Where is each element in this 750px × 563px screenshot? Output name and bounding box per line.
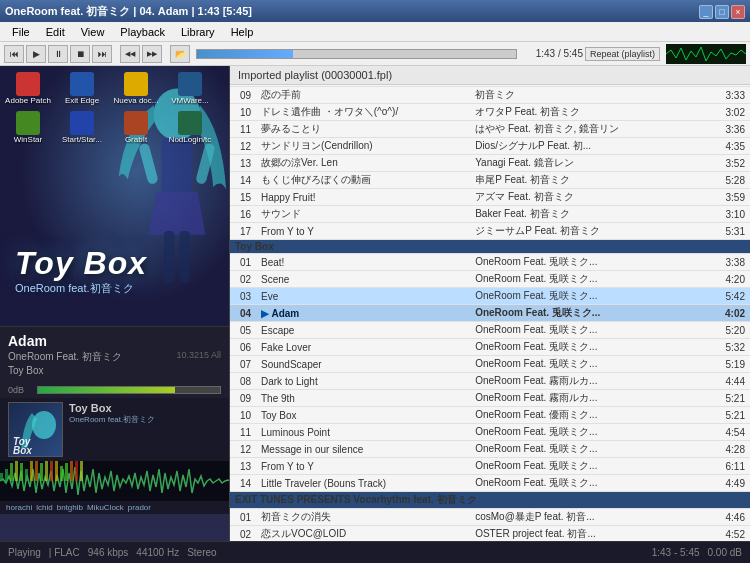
track-title: 恋の手前: [256, 87, 470, 104]
svg-rect-26: [70, 461, 73, 481]
table-row[interactable]: 02恋スルVOC@LOIDOSTER project feat. 初音...4:…: [230, 526, 750, 542]
next-button[interactable]: [92, 45, 112, 63]
track-artist: OneRoom Feat. 霧雨ルカ...: [470, 373, 694, 390]
table-row[interactable]: 16サウンドBaker Feat. 初音ミク3:10: [230, 206, 750, 223]
progress-fill: [197, 50, 293, 58]
desktop-icon-6[interactable]: GrabIt: [110, 109, 162, 146]
track-title: サンドリヨン(Cendrillon): [256, 138, 470, 155]
progress-bar[interactable]: [196, 49, 517, 59]
desktop-icon-0[interactable]: Adobe Patch: [2, 70, 54, 107]
track-duration: 4:46: [694, 509, 750, 526]
icon-lchid[interactable]: lchid: [36, 503, 52, 512]
table-row[interactable]: 09恋の手前初音ミク3:33: [230, 87, 750, 104]
table-row[interactable]: 05EscapeOneRoom Feat. 兎咲ミク...5:20: [230, 322, 750, 339]
icon-grabit: [124, 111, 148, 135]
table-row[interactable]: 17From Y to YジミーサムP Feat. 初音ミク5:31: [230, 223, 750, 240]
track-title: 恋スルVOC@LOID: [256, 526, 470, 542]
volume-bar[interactable]: [37, 386, 221, 394]
track-title: Beat!: [256, 254, 470, 271]
track-duration: 4:44: [694, 373, 750, 390]
player-artist: OneRoom Feat. 初音ミク: [8, 350, 122, 364]
album-subtitle: OneRoom feat.初音ミク: [15, 281, 147, 296]
desktop-icon-1[interactable]: Exit Edge: [56, 70, 108, 107]
mini-album-section: Toy Box Toy Box OneRoom feat.初音ミク: [0, 398, 229, 461]
desktop-icon-2[interactable]: Nueva doc...: [110, 70, 162, 107]
table-row[interactable]: 01Beat!OneRoom Feat. 兎咲ミク...3:38: [230, 254, 750, 271]
maximize-button[interactable]: □: [715, 5, 729, 19]
table-row[interactable]: 12Message in our silenceOneRoom Feat. 兎咲…: [230, 441, 750, 458]
fast-forward-button[interactable]: [142, 45, 162, 63]
track-number: 13: [230, 155, 256, 172]
table-row[interactable]: 13From Y to YOneRoom Feat. 兎咲ミク...6:11: [230, 458, 750, 475]
track-artist: 串尾P Feat. 初音ミク: [470, 172, 694, 189]
table-row[interactable]: 03EveOneRoom Feat. 兎咲ミク...5:42: [230, 288, 750, 305]
svg-rect-14: [10, 463, 13, 481]
pause-button[interactable]: [48, 45, 68, 63]
icon-bntghlb[interactable]: bntghlb: [57, 503, 83, 512]
track-duration: 6:11: [694, 458, 750, 475]
track-title: Eve: [256, 288, 470, 305]
icon-nodlogin: [178, 111, 202, 135]
table-row[interactable]: 14Little Traveler (Bouns Track)OneRoom F…: [230, 475, 750, 492]
track-number: 01: [230, 509, 256, 526]
menu-edit[interactable]: Edit: [38, 22, 73, 41]
playback-time: 1:43 / 5:45: [523, 48, 583, 59]
volume-section: 0dB: [0, 382, 229, 398]
track-duration: 5:31: [694, 223, 750, 240]
icon-adobe: [16, 72, 40, 96]
table-row[interactable]: 12サンドリヨン(Cendrillon)Dios/シグナルP Feat. 初..…: [230, 138, 750, 155]
stop-button[interactable]: [70, 45, 90, 63]
table-row[interactable]: 14もくじ伸びろぼくの動画串尾P Feat. 初音ミク5:28: [230, 172, 750, 189]
track-title: From Y to Y: [256, 223, 470, 240]
playlist-scroll[interactable]: # Título Artista Duración Vocalostar Fea…: [230, 85, 750, 541]
toolbar: 1:43 / 5:45 Repeat (playlist): [0, 42, 750, 66]
table-row[interactable]: 10Toy BoxOneRoom Feat. 優雨ミク...5:21: [230, 407, 750, 424]
desktop-icon-3[interactable]: VMWare...: [164, 70, 216, 107]
table-row[interactable]: 08Dark to LightOneRoom Feat. 霧雨ルカ...4:44: [230, 373, 750, 390]
track-title: Message in our silence: [256, 441, 470, 458]
icon-horachi[interactable]: horachi: [6, 503, 32, 512]
table-row[interactable]: 09The 9thOneRoom Feat. 霧雨ルカ...5:21: [230, 390, 750, 407]
svg-rect-28: [80, 461, 83, 481]
open-button[interactable]: [170, 45, 190, 63]
table-row[interactable]: 11夢みることりはやや Feat. 初音ミク, 鏡音リン3:36: [230, 121, 750, 138]
section-header-2: EXIT TUNES PRESENTS Vocarhythm feat. 初音ミ…: [230, 492, 750, 509]
table-row[interactable]: 11Luminous PointOneRoom Feat. 兎咲ミク...4:5…: [230, 424, 750, 441]
svg-rect-12: [0, 473, 3, 481]
track-number: 07: [230, 356, 256, 373]
menu-library[interactable]: Library: [173, 22, 223, 41]
table-row[interactable]: 02SceneOneRoom Feat. 兎咲ミク...4:20: [230, 271, 750, 288]
repeat-button[interactable]: Repeat (playlist): [585, 47, 660, 61]
table-row[interactable]: 13故郷の涼Ver. LenYanagi Feat. 鏡音レン3:52: [230, 155, 750, 172]
table-row[interactable]: 15Happy Fruit!アズマ Feat. 初音ミク3:59: [230, 189, 750, 206]
play-button[interactable]: [26, 45, 46, 63]
status-format: | FLAC: [49, 547, 80, 558]
track-number: 02: [230, 271, 256, 288]
rewind-button[interactable]: [120, 45, 140, 63]
minimize-button[interactable]: _: [699, 5, 713, 19]
menu-help[interactable]: Help: [223, 22, 262, 41]
icon-winstar: [16, 111, 40, 135]
table-row[interactable]: 07SoundScaperOneRoom Feat. 兎咲ミク...5:19: [230, 356, 750, 373]
menu-playback[interactable]: Playback: [112, 22, 173, 41]
table-row[interactable]: 01初音ミクの消失cosMo@暴走P feat. 初音...4:46: [230, 509, 750, 526]
desktop-icon-7[interactable]: NodLogin/tc: [164, 109, 216, 146]
prev-button[interactable]: [4, 45, 24, 63]
track-duration: 3:02: [694, 104, 750, 121]
icon-prador[interactable]: prador: [128, 503, 151, 512]
table-row[interactable]: 04 ▶ AdamOneRoom Feat. 兎咲ミク...4:02: [230, 305, 750, 322]
desktop-icon-5[interactable]: Start/Star...: [56, 109, 108, 146]
menu-file[interactable]: File: [4, 22, 38, 41]
waveform-visualizer: [0, 461, 229, 501]
mini-album-container: Toy Box Toy Box OneRoom feat.初音ミク: [8, 402, 221, 457]
icon-mikuclock[interactable]: MikuClock: [87, 503, 124, 512]
menu-view[interactable]: View: [73, 22, 113, 41]
desktop-icon-4[interactable]: WinStar: [2, 109, 54, 146]
track-duration: 3:38: [694, 254, 750, 271]
svg-rect-13: [5, 469, 8, 481]
close-button[interactable]: ×: [731, 5, 745, 19]
track-artist: Dios/シグナルP Feat. 初...: [470, 138, 694, 155]
track-title: ドレミ遺作曲 ・オワタ＼(^o^)/: [256, 104, 470, 121]
table-row[interactable]: 06Fake LoverOneRoom Feat. 兎咲ミク...5:32: [230, 339, 750, 356]
table-row[interactable]: 10ドレミ遺作曲 ・オワタ＼(^o^)/オワタP Feat. 初音ミク3:02: [230, 104, 750, 121]
